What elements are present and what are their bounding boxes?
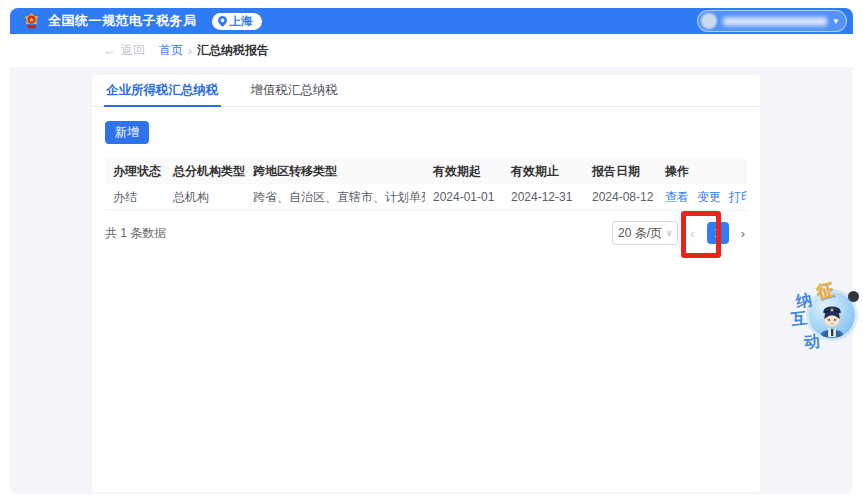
pagination: 20 条/页 ∨ ‹ 1 ›: [612, 221, 747, 245]
table-footer: 共 1 条数据 20 条/页 ∨ ‹ 1 ›: [105, 220, 747, 246]
report-table: 办理状态 总分机构类型 跨地区转移类型 有效期起 有效期止 报告日期 操作 办结…: [105, 158, 747, 211]
assistant-char-dong: 动: [803, 333, 820, 350]
chevron-down-icon: ▾: [833, 17, 838, 26]
cell-valid-to: 2024-12-31: [503, 190, 584, 204]
print-link[interactable]: 打印: [729, 189, 747, 206]
user-name-redacted: [723, 17, 827, 26]
next-page-button[interactable]: ›: [739, 226, 747, 241]
table-row: 办结 总机构 跨省、自治区、直辖市、计划单列市 2024-01-01 2024-…: [105, 184, 747, 211]
col-actions: 操作: [657, 163, 747, 180]
browser-frame: 全国统一规范电子税务局 上海 ▾ ← 返回 首页 ›: [0, 0, 863, 502]
summary-report-card: 企业所得税汇总纳税 增值税汇总纳税 新增 办理状态 总分机构类型 跨地区转移类型…: [92, 75, 760, 492]
assistant-char-hu: 互: [790, 310, 808, 328]
col-transfer-type: 跨地区转移类型: [245, 163, 425, 180]
breadcrumb-home[interactable]: 首页: [159, 42, 183, 59]
location-label: 上海: [230, 14, 253, 29]
cell-org-type: 总机构: [165, 189, 245, 206]
add-button[interactable]: 新增: [105, 121, 149, 144]
breadcrumb-separator-icon: ›: [188, 44, 192, 58]
breadcrumb-current: 汇总纳税报告: [197, 42, 269, 59]
col-report-date: 报告日期: [584, 163, 657, 180]
page-size-value: 20 条/页: [618, 225, 662, 242]
page-size-select[interactable]: 20 条/页 ∨: [612, 221, 678, 245]
main-content: 企业所得税汇总纳税 增值税汇总纳税 新增 办理状态 总分机构类型 跨地区转移类型…: [10, 67, 853, 494]
brand: 全国统一规范电子税务局 上海: [22, 12, 262, 31]
col-org-type: 总分机构类型: [165, 163, 245, 180]
cell-status: 办结: [105, 189, 165, 206]
change-link[interactable]: 变更: [697, 189, 721, 206]
assistant-char-zheng: 征: [815, 280, 836, 301]
chevron-down-icon: ∨: [666, 228, 673, 238]
back-label: 返回: [121, 42, 145, 59]
prev-page-button[interactable]: ‹: [688, 226, 696, 241]
app-header: 全国统一规范电子税务局 上海 ▾: [10, 8, 853, 34]
tab-corporate-income-tax[interactable]: 企业所得税汇总纳税: [104, 75, 221, 106]
tab-vat[interactable]: 增值税汇总纳税: [249, 75, 341, 106]
location-badge[interactable]: 上海: [212, 13, 262, 30]
cell-valid-from: 2024-01-01: [425, 190, 503, 204]
interaction-assistant-widget[interactable]: 征 纳 互 动: [788, 274, 863, 366]
page-1-button[interactable]: 1: [707, 222, 729, 244]
cell-actions: 查看 变更 打印: [657, 189, 747, 206]
view-link[interactable]: 查看: [665, 189, 689, 206]
tax-emblem-logo: [22, 12, 41, 31]
app-title: 全国统一规范电子税务局: [48, 12, 197, 30]
col-valid-to: 有效期止: [503, 163, 584, 180]
table-header-row: 办理状态 总分机构类型 跨地区转移类型 有效期起 有效期止 报告日期 操作: [105, 158, 747, 184]
location-pin-icon: [218, 16, 227, 27]
tab-bar: 企业所得税汇总纳税 增值税汇总纳税: [92, 75, 760, 107]
cell-report-date: 2024-08-12: [584, 190, 657, 204]
user-menu[interactable]: ▾: [697, 10, 847, 32]
tax-portal-page: 全国统一规范电子税务局 上海 ▾ ← 返回 首页 ›: [10, 8, 853, 494]
arrow-left-icon: ←: [103, 43, 116, 58]
assistant-char-na: 纳: [795, 292, 814, 311]
breadcrumb: ← 返回 首页 › 汇总纳税报告: [10, 34, 853, 67]
col-valid-from: 有效期起: [425, 163, 503, 180]
cell-transfer-type: 跨省、自治区、直辖市、计划单列市: [245, 189, 425, 206]
total-count: 共 1 条数据: [105, 225, 166, 242]
col-status: 办理状态: [105, 163, 165, 180]
avatar: [701, 13, 717, 29]
back-button[interactable]: ← 返回: [103, 42, 145, 59]
assistant-collapse-dot[interactable]: [848, 291, 859, 302]
